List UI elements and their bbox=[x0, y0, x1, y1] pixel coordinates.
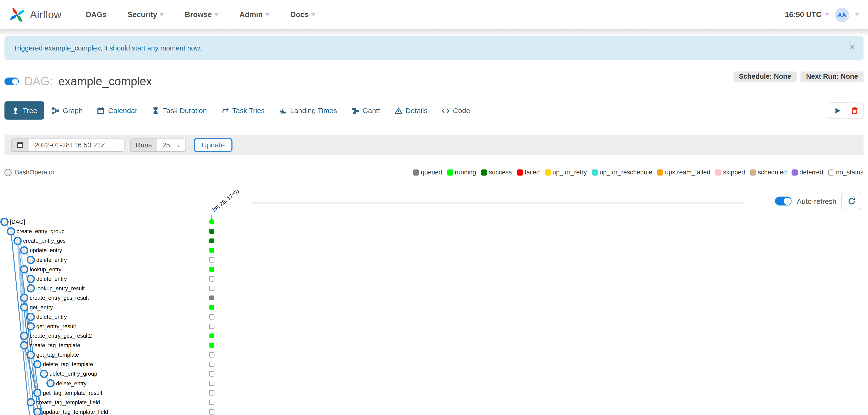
runs-addon: Runs bbox=[130, 138, 157, 151]
num-runs-select[interactable]: 25 ⌄ bbox=[157, 138, 186, 151]
task-node[interactable] bbox=[21, 304, 28, 311]
runs-group: Runs 25 ⌄ bbox=[130, 138, 186, 151]
close-icon[interactable]: × bbox=[850, 43, 855, 51]
task-node[interactable] bbox=[34, 389, 41, 396]
avatar[interactable]: AA bbox=[835, 7, 849, 22]
task-label[interactable]: create_tag_template_field bbox=[36, 399, 100, 406]
delete-dag-button[interactable] bbox=[846, 102, 864, 119]
nav-item-admin[interactable]: Admin bbox=[240, 10, 269, 19]
task-node[interactable] bbox=[7, 228, 14, 235]
status-label: skipped bbox=[723, 169, 745, 176]
tab-graph[interactable]: Graph bbox=[44, 101, 90, 120]
task-status-square[interactable] bbox=[210, 276, 214, 281]
task-status-square[interactable] bbox=[210, 267, 214, 272]
task-label[interactable]: lookup_entry bbox=[30, 266, 61, 272]
task-label[interactable]: delete_entry bbox=[36, 257, 67, 263]
task-node[interactable] bbox=[27, 313, 34, 320]
task-node[interactable] bbox=[21, 247, 28, 254]
clock-menu[interactable]: 16:50 UTC bbox=[785, 10, 829, 19]
nav-item-browse[interactable]: Browse bbox=[185, 10, 218, 19]
task-label[interactable]: lookup_entry_result bbox=[36, 285, 85, 292]
task-status-square[interactable] bbox=[210, 343, 214, 348]
task-label[interactable]: delete_entry bbox=[56, 380, 87, 387]
tab-landing-times[interactable]: Landing Times bbox=[272, 101, 344, 120]
tab-calendar[interactable]: Calendar bbox=[90, 101, 145, 120]
task-node[interactable] bbox=[27, 285, 34, 292]
task-node[interactable] bbox=[21, 342, 28, 349]
dag-run-status-circle[interactable] bbox=[209, 219, 214, 225]
task-node[interactable] bbox=[27, 257, 34, 263]
task-node[interactable] bbox=[40, 370, 48, 377]
task-node[interactable] bbox=[27, 351, 34, 358]
status-label: deferred bbox=[800, 169, 823, 176]
task-status-square[interactable] bbox=[210, 248, 214, 253]
task-label[interactable]: get_tag_template bbox=[36, 352, 79, 358]
task-label[interactable]: create_entry_gcs_result2 bbox=[30, 333, 92, 339]
task-label[interactable]: [DAG] bbox=[10, 219, 25, 225]
task-status-square[interactable] bbox=[210, 315, 214, 319]
hourglass-icon bbox=[152, 107, 160, 115]
task-status-square[interactable] bbox=[210, 296, 214, 300]
task-status-square[interactable] bbox=[210, 410, 214, 414]
task-status-square[interactable] bbox=[210, 381, 214, 386]
task-status-square[interactable] bbox=[210, 305, 214, 310]
task-status-square[interactable] bbox=[210, 229, 214, 234]
task-status-square[interactable] bbox=[210, 390, 214, 395]
tab-task-tries[interactable]: Task Tries bbox=[214, 101, 272, 120]
trigger-dag-button[interactable] bbox=[829, 102, 846, 119]
nav-item-dags[interactable]: DAGs bbox=[86, 10, 106, 19]
tab-code[interactable]: Code bbox=[435, 101, 477, 120]
task-node[interactable] bbox=[27, 399, 34, 406]
task-node[interactable] bbox=[21, 266, 28, 273]
nav-item-docs[interactable]: Docs bbox=[290, 10, 315, 19]
task-label[interactable]: get_entry bbox=[30, 304, 53, 310]
task-status-square[interactable] bbox=[210, 324, 214, 329]
task-status-square[interactable] bbox=[210, 286, 214, 291]
tab-label: Calendar bbox=[108, 107, 137, 115]
task-node[interactable] bbox=[1, 218, 8, 225]
tab-tree[interactable]: Tree bbox=[4, 101, 44, 120]
task-node[interactable] bbox=[47, 380, 54, 387]
chevron-down-icon[interactable] bbox=[855, 13, 859, 16]
task-status-square[interactable] bbox=[210, 238, 214, 243]
task-label[interactable]: delete_tag_template bbox=[43, 361, 93, 367]
tab-gantt[interactable]: Gantt bbox=[344, 101, 387, 120]
task-label[interactable]: get_tag_template_result bbox=[43, 390, 102, 396]
task-status-square[interactable] bbox=[210, 372, 214, 376]
task-node[interactable] bbox=[21, 294, 28, 301]
task-label[interactable]: update_entry bbox=[30, 247, 62, 254]
task-node[interactable] bbox=[27, 275, 34, 282]
tab-details[interactable]: Details bbox=[387, 101, 435, 120]
chevron-down-icon bbox=[214, 13, 218, 16]
task-node[interactable] bbox=[27, 323, 34, 330]
nav-item-security[interactable]: Security bbox=[128, 10, 164, 19]
bash-operator-swatch bbox=[4, 169, 11, 176]
play-icon bbox=[834, 107, 841, 115]
trigger-alert: Triggered example_complex, it should sta… bbox=[4, 36, 864, 60]
task-label[interactable]: delete_entry bbox=[36, 276, 67, 282]
update-button[interactable]: Update bbox=[194, 138, 232, 152]
task-status-square[interactable] bbox=[210, 257, 214, 262]
task-label[interactable]: create_entry_group bbox=[17, 228, 65, 234]
task-label[interactable]: get_entry_result bbox=[36, 323, 76, 329]
task-status-square[interactable] bbox=[210, 400, 214, 405]
task-label[interactable]: create_entry_gcs bbox=[23, 238, 66, 244]
task-label[interactable]: create_entry_gcs_result bbox=[30, 295, 89, 301]
task-node[interactable] bbox=[34, 408, 41, 415]
task-label[interactable]: delete_entry bbox=[36, 314, 67, 320]
task-status-square[interactable] bbox=[210, 333, 214, 338]
dag-pause-toggle[interactable] bbox=[4, 78, 19, 85]
base-date-input[interactable] bbox=[29, 138, 125, 151]
tab-label: Graph bbox=[63, 107, 83, 115]
task-node[interactable] bbox=[34, 361, 41, 367]
task-status-square[interactable] bbox=[210, 352, 214, 357]
task-status-square[interactable] bbox=[210, 362, 214, 367]
task-label[interactable]: update_tag_template_field bbox=[43, 409, 108, 415]
task-node[interactable] bbox=[14, 237, 21, 244]
airflow-brand[interactable]: Airflow bbox=[9, 6, 61, 23]
task-label[interactable]: create_tag_template bbox=[30, 342, 80, 348]
details-icon bbox=[395, 107, 402, 115]
task-node[interactable] bbox=[21, 332, 28, 339]
tab-task-duration[interactable]: Task Duration bbox=[145, 101, 214, 120]
task-label[interactable]: delete_entry_group bbox=[50, 371, 97, 377]
